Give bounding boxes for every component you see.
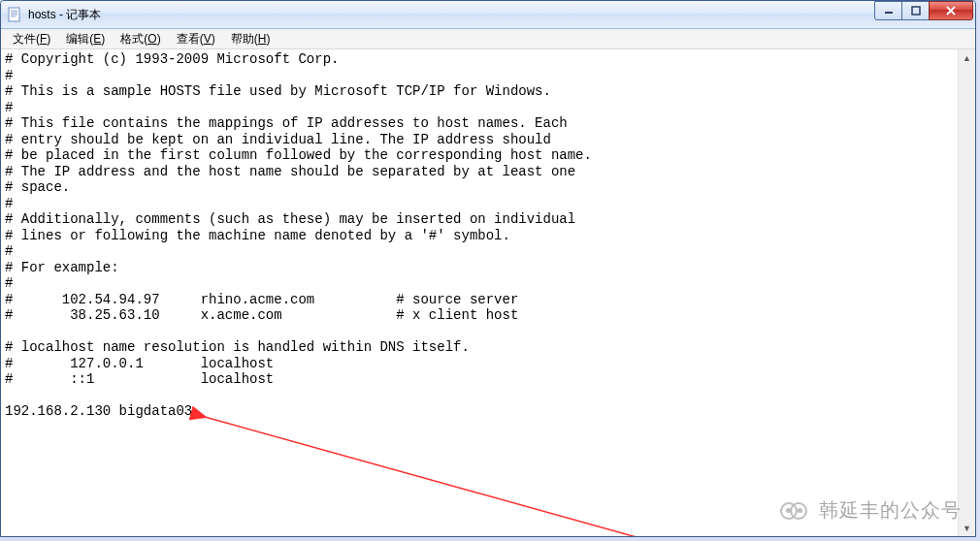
minimize-button[interactable]: [874, 1, 902, 20]
vertical-scrollbar[interactable]: ▲ ▼: [958, 49, 975, 536]
menu-edit[interactable]: 编辑(E): [58, 29, 113, 49]
window-title: hosts - 记事本: [28, 7, 101, 23]
svg-rect-6: [912, 7, 920, 15]
menubar: 文件(F) 编辑(E) 格式(O) 查看(V) 帮助(H): [1, 29, 975, 49]
menu-help[interactable]: 帮助(H): [223, 29, 278, 49]
notepad-window: hosts - 记事本 文件(F) 编辑(E) 格式(O) 查看(V) 帮助(H…: [0, 0, 976, 537]
watermark-text: 韩延丰的公众号: [819, 497, 962, 524]
notepad-icon: [7, 7, 22, 22]
titlebar[interactable]: hosts - 记事本: [1, 1, 975, 29]
scroll-down-button[interactable]: ▼: [959, 520, 975, 536]
menu-file[interactable]: 文件(F): [5, 29, 58, 49]
svg-line-10: [205, 417, 661, 536]
wechat-icon: [780, 495, 809, 525]
scroll-track[interactable]: [959, 66, 975, 520]
menu-format[interactable]: 格式(O): [113, 29, 168, 49]
menu-view[interactable]: 查看(V): [169, 29, 223, 49]
watermark: 韩延丰的公众号: [780, 495, 962, 525]
maximize-button[interactable]: [901, 1, 930, 20]
window-controls: [875, 1, 973, 20]
scroll-up-button[interactable]: ▲: [959, 49, 975, 66]
close-button[interactable]: [929, 1, 973, 20]
editor-area[interactable]: # Copyright (c) 1993-2009 Microsoft Corp…: [1, 49, 975, 536]
text-content[interactable]: # Copyright (c) 1993-2009 Microsoft Corp…: [5, 51, 958, 420]
